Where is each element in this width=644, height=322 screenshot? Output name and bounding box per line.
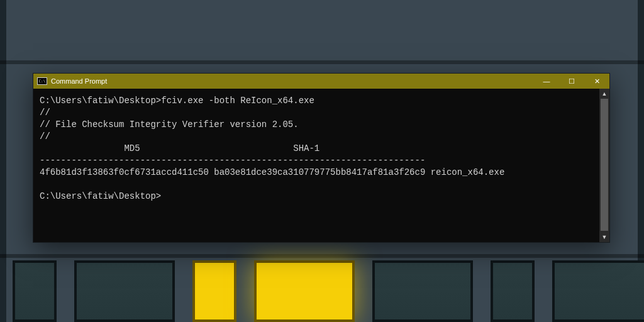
chevron-down-icon: ▼: [602, 234, 608, 240]
wallpaper-window: [491, 260, 535, 322]
scroll-down-button[interactable]: ▼: [599, 232, 609, 242]
wallpaper-windows-row: [0, 260, 644, 322]
scroll-up-button[interactable]: ▲: [599, 89, 609, 99]
terminal-area: C:\Users\fatiw\Desktop>fciv.exe -both Re…: [33, 89, 609, 242]
scroll-thumb[interactable]: [601, 99, 608, 231]
wallpaper-line: [0, 60, 644, 64]
wallpaper-line: [0, 254, 644, 258]
wallpaper-window: [74, 260, 175, 322]
command-prompt-window: C:\ Command Prompt — ☐ ✕ C:\Users\fatiw\…: [33, 73, 610, 243]
window-title: Command Prompt: [51, 74, 534, 89]
wallpaper-window: [372, 260, 473, 322]
terminal-output[interactable]: C:\Users\fatiw\Desktop>fciv.exe -both Re…: [33, 89, 599, 242]
svg-text:C:\: C:\: [39, 79, 46, 83]
close-button[interactable]: ✕: [584, 74, 609, 89]
chevron-up-icon: ▲: [602, 91, 608, 97]
wallpaper-window: [192, 260, 236, 322]
wallpaper-window: [13, 260, 57, 322]
wallpaper-window: [552, 260, 644, 322]
close-icon: ✕: [594, 77, 600, 86]
scrollbar[interactable]: ▲ ▼: [599, 89, 609, 242]
maximize-icon: ☐: [569, 77, 575, 86]
minimize-button[interactable]: —: [534, 74, 559, 89]
titlebar[interactable]: C:\ Command Prompt — ☐ ✕: [33, 74, 609, 89]
cmd-icon: C:\: [37, 77, 47, 85]
minimize-icon: —: [543, 77, 550, 85]
maximize-button[interactable]: ☐: [559, 74, 584, 89]
wallpaper-window: [254, 260, 355, 322]
